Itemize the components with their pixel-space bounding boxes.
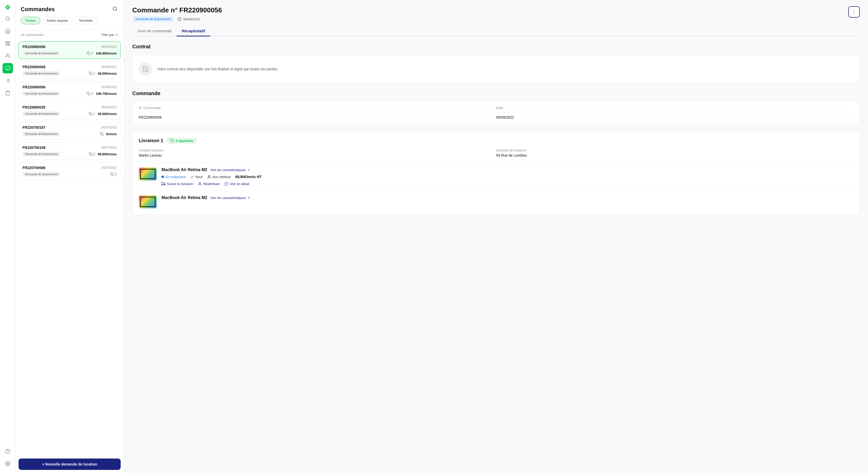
orders-meta: 44 commandes Trier par: [16, 30, 124, 39]
order-id: FR220800035: [23, 105, 45, 109]
sidebar-item-settings[interactable]: [3, 459, 13, 469]
sidebar-item-clipboard[interactable]: [3, 88, 13, 98]
voir-caracteristiques-link-2[interactable]: Voir les caractéristiques: [210, 196, 250, 200]
livraison-header: Livraison 1 2 appareils: [139, 138, 853, 144]
command-title: Commande n° FR220900056: [132, 6, 222, 14]
svg-point-37: [162, 184, 163, 185]
svg-rect-28: [112, 174, 114, 176]
sidebar-item-users[interactable]: [3, 51, 13, 61]
order-date: 06/09/2022: [101, 45, 117, 49]
order-copies: 1: [89, 112, 95, 116]
num-commande-value: FR220900056: [139, 115, 496, 119]
suivre-livraison-link[interactable]: Suivre la livraison: [161, 182, 193, 186]
main-content: Commande n° FR220900056 Demande de finan…: [124, 0, 868, 473]
order-item[interactable]: FR220900056 06/09/2022 Demande de financ…: [19, 41, 121, 59]
device-price: 69,90€/mois HT: [235, 175, 262, 179]
status-neuf: Neuf: [190, 175, 202, 179]
commande-section-title: Commande: [132, 90, 860, 96]
search-button[interactable]: [111, 5, 119, 13]
voir-caracteristiques-link[interactable]: Voir les caractéristiques: [210, 168, 250, 172]
device-info: MacBook Air Retina M2 Voir les caractéri…: [161, 168, 853, 186]
svg-rect-32: [172, 140, 174, 142]
orders-title: Commandes: [21, 6, 55, 13]
sort-button[interactable]: Trier par: [101, 33, 119, 37]
order-id: FR220900006: [23, 85, 45, 89]
command-meta: Demande de financement 06/09/2022: [132, 16, 222, 22]
order-date: 01/09/2022: [101, 85, 117, 89]
sidebar: [0, 0, 16, 473]
svg-rect-5: [6, 44, 7, 46]
svg-rect-16: [7, 91, 8, 92]
orders-panel: Commandes Toutes Action requise Terminée…: [16, 0, 124, 473]
contract-message: Votre contrat sera disponible une fois f…: [157, 67, 278, 71]
order-price: 99.80€/mois: [98, 152, 117, 156]
sidebar-item-list[interactable]: [3, 76, 13, 86]
voir-detail-link[interactable]: Voir en détail: [224, 182, 249, 186]
order-badge: Demande de financement: [23, 131, 60, 136]
status-en-traitement: En traitement: [161, 175, 185, 179]
num-commande-label: N° Commande: [139, 106, 496, 110]
contact-livraison-value: Martin Leveau: [139, 153, 496, 157]
reattribuer-link[interactable]: Réattribuer: [198, 182, 220, 186]
order-copies: 2: [110, 172, 117, 176]
filter-action-requise[interactable]: Action requise: [42, 17, 72, 24]
sidebar-item-help[interactable]: [3, 446, 13, 456]
livraison-badge-label: 2 appareils: [176, 139, 193, 143]
svg-point-38: [164, 184, 165, 185]
order-copies: 2: [87, 52, 93, 55]
command-date: 06/09/2022: [178, 17, 200, 21]
status-badge: Demande de financement: [132, 16, 174, 22]
order-copies: 3: [87, 92, 93, 95]
livraison-title: Livraison 1: [139, 138, 163, 144]
order-price: 49.90€/mois: [98, 71, 117, 76]
device-row: MacBook Air Retina M2 Voir les caractéri…: [139, 162, 853, 186]
filter-terminee[interactable]: Terminée: [74, 17, 97, 24]
date-value: 06/09/2022: [496, 115, 853, 119]
contrat-section-title: Contrat: [132, 44, 860, 50]
livraison-badge: 2 appareils: [166, 138, 197, 144]
order-item[interactable]: FR220900006 01/09/2022 Demande de financ…: [19, 82, 121, 99]
sidebar-item-dashboard[interactable]: [3, 38, 13, 49]
order-date: 14/07/2022: [101, 166, 117, 170]
filter-toutes[interactable]: Toutes: [21, 17, 40, 24]
order-id: FR220700187: [23, 125, 45, 129]
livraison-info-grid: Contact livraison Martin Leveau Adresse …: [139, 148, 853, 157]
order-item[interactable]: FR220700187 28/07/2022 Demande de financ…: [19, 122, 121, 140]
svg-rect-35: [162, 182, 164, 184]
svg-rect-2: [6, 41, 7, 43]
order-date: 18/07/2022: [101, 146, 117, 149]
order-id: FR220900056: [23, 45, 45, 49]
tab-suivi-commande[interactable]: Suivi de commande: [132, 26, 177, 36]
tab-recapitulatif[interactable]: Récapitulatif: [177, 26, 210, 36]
svg-point-19: [7, 463, 8, 465]
order-item[interactable]: FR220700108 18/07/2022 Demande de financ…: [19, 142, 121, 160]
order-id: FR220700086: [23, 166, 45, 170]
device-actions: Suivre la livraison Réattribuer Voir en …: [161, 182, 853, 186]
order-date: 05/08/2022: [101, 106, 117, 109]
commande-section: Commande N° Commande Date FR220900056 06…: [132, 90, 860, 124]
device-name-2: MacBook Air Retina M2: [161, 196, 207, 200]
svg-line-31: [143, 67, 148, 71]
sidebar-logo: [4, 3, 12, 12]
svg-point-6: [6, 54, 8, 56]
svg-rect-27: [90, 153, 92, 156]
order-item[interactable]: FR220900009 01/09/2022 Demande de financ…: [19, 61, 121, 79]
filter-tabs: Toutes Action requise Terminée: [21, 17, 119, 24]
more-options-button[interactable]: ⋮: [848, 6, 860, 18]
order-copies: [100, 132, 103, 136]
order-badge: Demande de financement: [23, 51, 60, 56]
svg-marker-36: [164, 183, 165, 184]
order-price: €/mois: [106, 132, 117, 136]
commande-table: N° Commande Date FR220900056 06/09/2022: [132, 101, 860, 124]
order-id: FR220700108: [23, 146, 45, 150]
sidebar-item-home[interactable]: [3, 26, 13, 36]
order-item[interactable]: FR220800035 05/08/2022 Demande de financ…: [19, 102, 121, 119]
status-dot: [161, 176, 164, 178]
order-price: 199.70€/mois: [96, 92, 117, 96]
adresse-livraison-label: Adresse de livraison: [496, 148, 853, 152]
sidebar-item-orders[interactable]: [3, 63, 13, 73]
order-item[interactable]: FR220700086 14/07/2022 Demande de financ…: [19, 162, 121, 180]
sidebar-item-search[interactable]: [3, 13, 13, 24]
new-order-button[interactable]: + Nouvelle demande de location: [19, 459, 121, 470]
svg-rect-25: [90, 113, 92, 115]
